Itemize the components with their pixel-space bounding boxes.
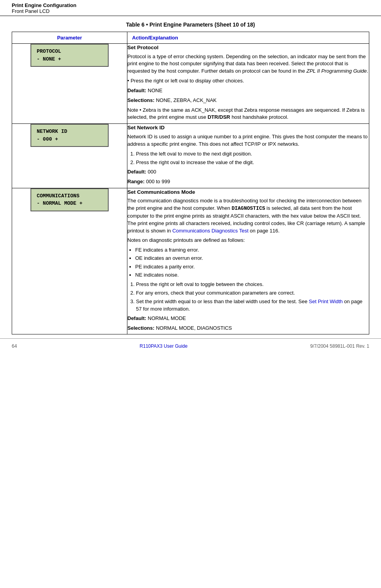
footer-page-number: 64 bbox=[12, 343, 17, 349]
lcd-line: PROTOCOL bbox=[37, 48, 102, 55]
lcd-line: - NONE + bbox=[37, 55, 102, 63]
list-item: Press the right or left oval to toggle b… bbox=[136, 281, 369, 288]
page-footer: 64 R110PAX3 User Guide 9/7/2004 58981L-0… bbox=[0, 338, 381, 352]
lcd-line: - 000 + bbox=[37, 136, 102, 143]
param-cell-1: NETWORK ID- 000 + bbox=[12, 124, 127, 188]
body-para-0-0: Protocol is a type of error checking sys… bbox=[127, 53, 369, 75]
body-para-0-1: • Press the right or left oval to displa… bbox=[127, 77, 369, 85]
action-cell-1: Set Network IDNetwork ID is used to assi… bbox=[127, 124, 369, 188]
action-cell-2: Set Communications ModeThe communication… bbox=[127, 188, 369, 334]
header-subtitle: Front Panel LCD bbox=[12, 8, 369, 14]
header-title: Print Engine Configuration bbox=[12, 2, 369, 8]
list-item: OE indicates an overrun error. bbox=[135, 255, 369, 262]
col-header-action: Action/Explanation bbox=[127, 32, 369, 44]
bullet-list-2: FE indicates a framing error.OE indicate… bbox=[135, 247, 369, 279]
list-item: Set the print width equal to or less tha… bbox=[136, 298, 369, 312]
section-title-0: Set Protocol bbox=[127, 44, 369, 52]
list-item: NE indicates noise. bbox=[135, 272, 369, 279]
lcd-display-1: NETWORK ID- 000 + bbox=[30, 124, 109, 147]
body-para-2-0: The communication diagnostics mode is a … bbox=[127, 197, 369, 234]
list-item: PE indicates a parity error. bbox=[135, 263, 369, 270]
list-item: Press the right oval to increase the val… bbox=[136, 159, 369, 166]
body-para-1-0: Network ID is used to assign a unique nu… bbox=[127, 133, 369, 148]
lcd-line: - NORMAL MODE + bbox=[37, 200, 102, 207]
list-item: FE indicates a framing error. bbox=[135, 247, 369, 254]
main-table: Parameter Action/Explanation PROTOCOL- N… bbox=[12, 32, 369, 334]
list-item: For any errors, check that your communic… bbox=[136, 290, 369, 297]
table-title: Table 6 • Print Engine Parameters (Sheet… bbox=[0, 16, 381, 32]
lcd-line: COMMUNICATIONS bbox=[37, 192, 102, 200]
item-line-1-0: Default: 000 bbox=[127, 168, 369, 176]
param-cell-2: COMMUNICATIONS- NORMAL MODE + bbox=[12, 188, 127, 334]
page-header: Print Engine Configuration Front Panel L… bbox=[0, 0, 381, 16]
footer-right-text: 9/7/2004 58981L-001 Rev. 1 bbox=[310, 343, 369, 349]
body-para-2-1: Notes on diagnostic printouts are define… bbox=[127, 237, 369, 244]
lcd-display-2: COMMUNICATIONS- NORMAL MODE + bbox=[30, 188, 109, 211]
item-line-1-1: Range: 000 to 999 bbox=[127, 178, 369, 186]
item-line-2-0: Default: NORMAL MODE bbox=[127, 315, 369, 322]
note-0: Note • Zebra is the same as ACK_NAK, exc… bbox=[127, 107, 369, 122]
item-line-0-1: Selections: NONE, ZEBRA, ACK_NAK bbox=[127, 97, 369, 104]
footer-center-text[interactable]: R110PAX3 User Guide bbox=[140, 343, 188, 349]
item-line-0-0: Default: NONE bbox=[127, 87, 369, 95]
numbered-list-2: Press the right or left oval to toggle b… bbox=[136, 281, 369, 313]
col-header-parameter: Parameter bbox=[12, 32, 127, 44]
lcd-line: NETWORK ID bbox=[37, 128, 102, 136]
lcd-display-0: PROTOCOL- NONE + bbox=[30, 44, 109, 67]
list-item: Press the left oval to move to the next … bbox=[136, 150, 369, 157]
set-print-width-link[interactable]: Set Print Width bbox=[309, 298, 343, 304]
section-title-2: Set Communications Mode bbox=[127, 188, 369, 196]
item-line-2-1: Selections: NORMAL MODE, DIAGNOSTICS bbox=[127, 325, 369, 332]
param-cell-0: PROTOCOL- NONE + bbox=[12, 44, 127, 124]
section-title-1: Set Network ID bbox=[127, 124, 369, 132]
diagnostics-link[interactable]: Communications Diagnostics Test bbox=[172, 228, 249, 234]
numbered-list-1: Press the left oval to move to the next … bbox=[136, 150, 369, 166]
action-cell-0: Set ProtocolProtocol is a type of error … bbox=[127, 44, 369, 124]
